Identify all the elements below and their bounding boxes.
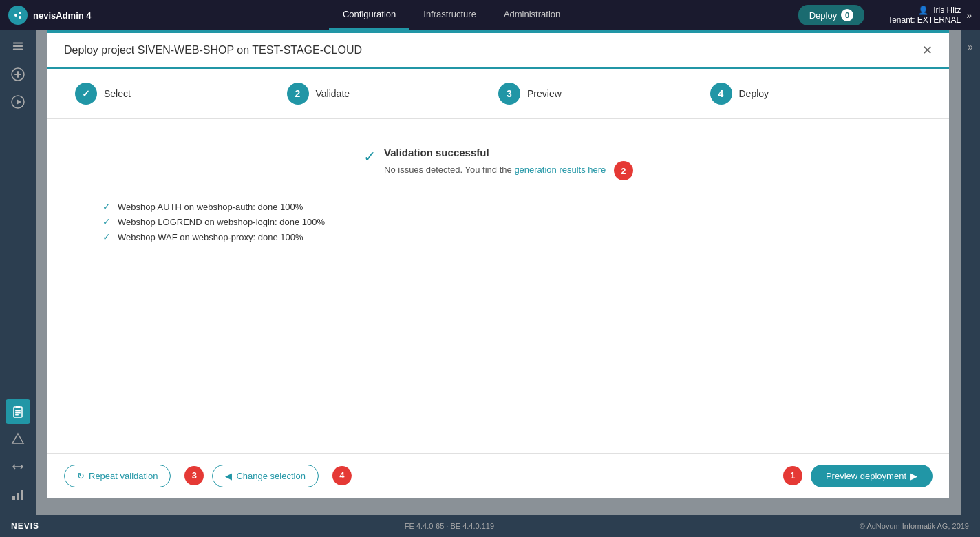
logo-icon <box>8 6 28 25</box>
step-deploy: 4 Deploy <box>710 83 922 105</box>
modal-header: Deploy project SIVEN-WEB-SHOP on TEST-ST… <box>47 33 949 69</box>
version-info: FE 4.4.0-65 · BE 4.4.0.119 <box>405 522 494 530</box>
svg-point-1 <box>19 12 21 14</box>
step-4-label: Deploy <box>739 88 769 99</box>
list-item: ✓ Webshop AUTH on webshop-auth: done 100… <box>103 201 922 212</box>
step-3-circle: 3 <box>498 83 520 105</box>
footer-left-actions: ↻ Repeat validation 3 ◀ Change selection… <box>64 465 352 487</box>
user-icon: 👤 <box>918 6 928 15</box>
deploy-button[interactable]: Deploy 0 <box>798 5 864 25</box>
step-2-label: Validate <box>316 88 350 99</box>
generation-results-link[interactable]: generation results here <box>514 165 606 175</box>
item-check-icon-1: ✓ <box>103 201 111 212</box>
step-3-label: Preview <box>527 88 562 99</box>
step-2-circle: 2 <box>287 83 309 105</box>
svg-point-0 <box>14 14 17 17</box>
left-sidebar <box>0 30 36 515</box>
step-select: ✓ Select <box>75 83 287 105</box>
sidebar-toggle[interactable] <box>6 36 30 56</box>
copyright-info: © AdNovum Informatik AG, 2019 <box>860 522 969 530</box>
svg-rect-8 <box>14 74 21 75</box>
svg-rect-13 <box>15 410 21 412</box>
sidebar-item-arrows[interactable] <box>6 454 30 479</box>
sidebar-item-clipboard[interactable] <box>6 399 30 424</box>
svg-rect-4 <box>13 45 23 47</box>
step-wizard: ✓ Select 2 Validate 3 Preview 4 Deploy <box>47 69 949 119</box>
item-check-icon-2: ✓ <box>103 216 111 227</box>
preview-deployment-button[interactable]: Preview deployment ▶ <box>811 465 933 487</box>
svg-rect-11 <box>14 407 22 417</box>
change-selection-button[interactable]: ◀ Change selection <box>212 465 318 487</box>
validation-title: Validation successful <box>384 147 633 158</box>
list-item: ✓ Webshop LOGREND on webshop-login: done… <box>103 216 922 227</box>
svg-rect-14 <box>15 412 21 414</box>
modal-overlay: Deploy project SIVEN-WEB-SHOP on TEST-ST… <box>36 30 961 515</box>
status-bar: NEVIS FE 4.4.0-65 · BE 4.4.0.119 © AdNov… <box>0 515 980 537</box>
tab-infrastructure[interactable]: Infrastructure <box>409 1 490 30</box>
tab-configuration[interactable]: Configuration <box>329 1 409 30</box>
main-content: Deploy project SIVEN-WEB-SHOP on TEST-ST… <box>36 30 961 515</box>
deploy-badge: 0 <box>841 9 853 21</box>
svg-rect-5 <box>13 49 23 50</box>
deploy-modal: Deploy project SIVEN-WEB-SHOP on TEST-ST… <box>47 30 949 498</box>
repeat-icon: ↻ <box>77 471 85 481</box>
nav-expand-icon[interactable]: » <box>966 10 972 21</box>
change-badge: 4 <box>332 466 352 485</box>
item-check-icon-3: ✓ <box>103 231 111 242</box>
validation-message: No issues detected. You find the generat… <box>384 161 633 180</box>
svg-marker-10 <box>17 99 21 105</box>
preview-badge: 1 <box>783 466 802 485</box>
close-button[interactable]: ✕ <box>922 44 933 56</box>
main-tabs: Configuration Infrastructure Administrat… <box>105 1 798 30</box>
svg-rect-19 <box>21 490 23 500</box>
arrow-right-icon: ▶ <box>910 471 917 481</box>
sidebar-item-add[interactable] <box>6 62 30 87</box>
step-4-circle: 4 <box>710 83 732 105</box>
user-info: 👤 Iris Hitz Tenant: EXTERNAL <box>875 6 961 25</box>
repeat-badge: 3 <box>184 466 204 485</box>
list-item: ✓ Webshop WAF on webshop-proxy: done 100… <box>103 231 922 242</box>
back-icon: ◀ <box>225 471 232 481</box>
step-validate: 2 Validate <box>287 83 499 105</box>
right-sidebar: » <box>961 30 980 515</box>
tab-administration[interactable]: Administration <box>490 1 574 30</box>
top-navigation: nevisAdmin 4 Configuration Infrastructur… <box>0 0 980 30</box>
repeat-validation-button[interactable]: ↻ Repeat validation <box>64 465 171 487</box>
success-check-icon: ✓ <box>363 148 376 166</box>
svg-rect-15 <box>15 414 19 416</box>
svg-rect-3 <box>13 43 23 44</box>
svg-rect-17 <box>12 496 15 500</box>
modal-body: ✓ Validation successful No issues detect… <box>47 119 949 453</box>
step-1-label: Select <box>104 88 131 99</box>
footer-right-actions: 1 Preview deployment ▶ <box>778 465 933 487</box>
validation-badge: 2 <box>614 161 633 180</box>
app-logo: nevisAdmin 4 <box>8 6 92 25</box>
validation-success-section: ✓ Validation successful No issues detect… <box>75 147 922 180</box>
modal-title: Deploy project SIVEN-WEB-SHOP on TEST-ST… <box>64 44 362 56</box>
sidebar-item-shape[interactable] <box>6 427 30 452</box>
sidebar-item-play[interactable] <box>6 90 30 114</box>
svg-rect-18 <box>17 493 19 500</box>
modal-footer: ↻ Repeat validation 3 ◀ Change selection… <box>47 453 949 498</box>
validation-text: Validation successful No issues detected… <box>384 147 633 180</box>
svg-rect-12 <box>16 406 20 408</box>
app-name: nevisAdmin 4 <box>33 10 92 21</box>
sidebar-item-chart[interactable] <box>6 482 30 507</box>
step-preview: 3 Preview <box>498 83 710 105</box>
nevis-logo: NEVIS <box>11 521 39 531</box>
right-expand-icon[interactable]: » <box>965 36 976 58</box>
validation-details: ✓ Webshop AUTH on webshop-auth: done 100… <box>75 201 922 242</box>
svg-marker-16 <box>12 434 23 443</box>
step-1-circle: ✓ <box>75 83 97 105</box>
svg-point-2 <box>19 16 21 19</box>
